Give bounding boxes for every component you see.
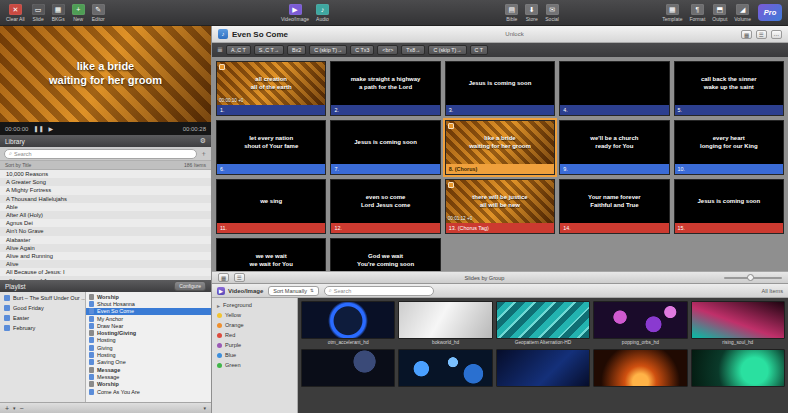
library-list-item[interactable]: Alabaster xyxy=(0,236,211,244)
playlist-collapse-icon[interactable]: ▾ xyxy=(203,405,206,411)
playlist-item[interactable]: Message xyxy=(86,366,211,373)
library-list-item[interactable]: Able xyxy=(0,203,211,211)
playlist-item[interactable]: Come As You Are xyxy=(86,388,211,395)
toolbar-format-button[interactable]: ¶Format xyxy=(689,4,705,22)
toolbar-new-button[interactable]: +New xyxy=(72,4,85,22)
media-items-filter[interactable]: All Items xyxy=(762,288,783,294)
playlist-item[interactable]: Giving xyxy=(86,344,211,351)
media-folder-foreground[interactable]: ▸Foreground xyxy=(212,300,297,310)
media-thumbnail[interactable] xyxy=(593,349,687,394)
playlist-configure-button[interactable]: Configure xyxy=(174,281,206,291)
toolbar-clear-all-button[interactable]: ✕Clear All xyxy=(6,4,25,22)
slide-8[interactable]: like a bridewaiting for her groom8. (Cho… xyxy=(445,120,555,175)
toolbar-template-button[interactable]: ▦Template xyxy=(662,4,682,22)
slide-10[interactable]: every heartlonging for our King10. xyxy=(674,120,784,175)
arrangement-icon[interactable]: ≣ xyxy=(217,46,223,54)
toolbar-clear-slide-button[interactable]: ▭Slide xyxy=(32,4,45,22)
media-search-input[interactable]: ⌕ Search xyxy=(324,286,434,296)
library-list-item[interactable]: Alive Again xyxy=(0,244,211,252)
more-options-icon[interactable]: ⋯ xyxy=(771,30,782,39)
slide-12[interactable]: even so comeLord Jesus come12. xyxy=(330,179,440,234)
slide-17[interactable]: God we waitYou're coming soon17. xyxy=(330,238,440,271)
library-list-item[interactable]: After All (Holy) xyxy=(0,211,211,219)
media-thumbnail[interactable] xyxy=(691,349,785,394)
slide-1[interactable]: all creationall of the earth00:00:10 +01… xyxy=(216,61,326,116)
playlist-item[interactable]: Hosting/Giving xyxy=(86,329,211,336)
arrangement-chip[interactable]: C T xyxy=(470,45,488,55)
toolbar-output-button[interactable]: ⬒Output xyxy=(712,4,727,22)
media-thumbnail[interactable]: popping_orbs_hd xyxy=(593,301,687,346)
toolbar-social-button[interactable]: ✉Social xyxy=(545,4,559,22)
play-icon[interactable]: ▶ xyxy=(48,125,53,132)
playlist-add-button[interactable]: + xyxy=(5,405,9,412)
footer-grid-icon[interactable]: ▦ xyxy=(218,273,229,282)
arrangement-chip[interactable]: S.,C T→ xyxy=(254,45,284,55)
library-list-item[interactable]: Agnus Dei xyxy=(0,219,211,227)
slide-14[interactable]: Your name foreverFaithful and True14. xyxy=(559,179,669,234)
pause-icon[interactable]: ❚❚ xyxy=(33,125,43,132)
playlist-group[interactable]: February xyxy=(0,323,85,333)
library-list-item[interactable]: A Thousand Hallelujahs xyxy=(0,195,211,203)
toolbar-clear-bkgs-button[interactable]: ▦BKGs xyxy=(52,4,65,22)
thumbnail-size-slider[interactable] xyxy=(724,277,782,279)
library-list-item[interactable]: A Greater Song xyxy=(0,178,211,186)
playlist-group[interactable]: Easter xyxy=(0,313,85,323)
slide-6[interactable]: let every nationshout of Your fame6. xyxy=(216,120,326,175)
slider-knob[interactable] xyxy=(747,274,754,281)
media-thumbnail[interactable]: rising_soul_hd xyxy=(691,301,785,346)
arrangement-chip[interactable]: Bx2 xyxy=(287,45,306,55)
media-thumbnail[interactable] xyxy=(398,349,492,394)
toolbar-volume-button[interactable]: ◢Volume xyxy=(734,4,751,22)
unlock-toggle[interactable]: Unlock xyxy=(505,31,523,37)
playlist-item[interactable]: Even So Come xyxy=(86,308,211,315)
playlist-item[interactable]: My Anchor xyxy=(86,315,211,322)
playlist-group[interactable]: Good Friday xyxy=(0,303,85,313)
library-gear-icon[interactable]: ⚙ xyxy=(200,137,206,145)
media-folder-blue[interactable]: Blue xyxy=(212,350,297,360)
slide-13[interactable]: there will be justiceall will be new00:0… xyxy=(445,179,555,234)
slide-4[interactable]: 4. xyxy=(559,61,669,116)
arrangement-chip[interactable]: C (skip T)→ xyxy=(309,45,347,55)
playlist-item[interactable]: Message xyxy=(86,373,211,380)
library-list-item[interactable]: Alive and Running xyxy=(0,252,211,260)
slide-3[interactable]: Jesus is coming soon3. xyxy=(445,61,555,116)
playlist-item[interactable]: Hosting xyxy=(86,337,211,344)
slide-16[interactable]: we we waitwe wait for You16. xyxy=(216,238,326,271)
playlist-group[interactable]: Burt – The Stuff Under Our ... xyxy=(0,293,85,303)
library-list-item[interactable]: A Mighty Fortress xyxy=(0,186,211,194)
playlist-item[interactable]: Worship xyxy=(86,381,211,388)
media-folder-purple[interactable]: Purple xyxy=(212,340,297,350)
library-list-item[interactable]: 10,000 Reasons xyxy=(0,170,211,178)
media-sort-dropdown[interactable]: Sort Manually ⇅ xyxy=(268,286,318,296)
slide-5[interactable]: call back the sinnerwake up the saint5. xyxy=(674,61,784,116)
slide-7[interactable]: Jesus is coming soon7. xyxy=(330,120,440,175)
media-thumbnail[interactable] xyxy=(301,349,395,394)
playlist-item[interactable]: Shout Hosanna xyxy=(86,300,211,307)
library-sort-label[interactable]: Sort by Title xyxy=(5,162,31,168)
grid-view-icon[interactable]: ▦ xyxy=(741,30,752,39)
toolbar-audio-button[interactable]: ♪Audio xyxy=(316,4,329,22)
media-folder-green[interactable]: Green xyxy=(212,360,297,370)
arrangement-chip[interactable]: A.,C T xyxy=(226,45,251,55)
arrangement-chip[interactable]: C Tx3 xyxy=(350,45,374,55)
playlist-item[interactable]: Saving One xyxy=(86,359,211,366)
toolbar-video-image-button[interactable]: ▶Video/Image xyxy=(281,4,309,22)
library-list-item[interactable]: Ain't No Grave xyxy=(0,227,211,235)
playlist-remove-button[interactable]: − xyxy=(20,405,24,412)
arrangement-chip[interactable]: <br> xyxy=(377,45,398,55)
media-thumbnail[interactable]: otm_accelerant_hd xyxy=(301,301,395,346)
media-tab-video-image[interactable]: ▶ Video/Image xyxy=(217,287,263,295)
library-search-input[interactable]: ⌕ Search xyxy=(4,149,197,159)
media-folder-orange[interactable]: Orange xyxy=(212,320,297,330)
slide-9[interactable]: we'll be a churchready for You9. xyxy=(559,120,669,175)
slide-15[interactable]: Jesus is coming soon15. xyxy=(674,179,784,234)
library-add-icon[interactable]: ＋ xyxy=(200,149,207,159)
toolbar-store-button[interactable]: ⬇Store xyxy=(525,4,538,22)
playlist-item[interactable]: Hosting xyxy=(86,351,211,358)
slide-2[interactable]: make straight a highwaya path for the Lo… xyxy=(330,61,440,116)
footer-list-icon[interactable]: ☰ xyxy=(234,273,245,282)
media-folder-red[interactable]: Red xyxy=(212,330,297,340)
slide-11[interactable]: we sing11. xyxy=(216,179,326,234)
toolbar-editor-button[interactable]: ✎Editor xyxy=(92,4,105,22)
playlist-item[interactable]: Worship xyxy=(86,293,211,300)
